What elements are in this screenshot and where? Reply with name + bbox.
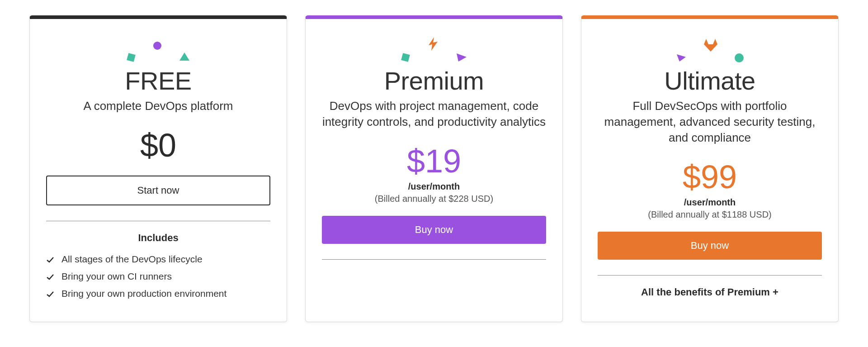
feature-text: Bring your own production environment <box>61 288 226 299</box>
price-amount-ultimate: $99 <box>598 158 822 195</box>
feature-item: All stages of the DevOps lifecycle <box>46 254 270 265</box>
svg-marker-4 <box>429 37 438 51</box>
deco-free <box>46 36 270 62</box>
price-unit-premium: /user/month <box>322 181 546 192</box>
tier-card-ultimate: Ultimate Full DevSecOps with portfolio m… <box>581 15 839 322</box>
feature-item: Bring your own production environment <box>46 288 270 299</box>
svg-rect-0 <box>127 53 136 62</box>
price-block-ultimate: $99 /user/month (Billed annually at $118… <box>598 158 822 220</box>
divider <box>46 221 270 221</box>
divider <box>598 275 822 276</box>
svg-marker-2 <box>179 52 189 61</box>
feature-item: Bring your own CI runners <box>46 271 270 282</box>
triangle-icon <box>179 52 190 62</box>
includes-title-free: Includes <box>46 232 270 244</box>
includes-title-ultimate: All the benefits of Premium + <box>598 286 822 298</box>
deco-premium <box>322 36 546 62</box>
square-icon <box>126 52 136 62</box>
gitlab-icon <box>704 39 717 52</box>
bolt-icon <box>428 37 439 51</box>
cta-button-free[interactable]: Start now <box>46 176 270 205</box>
svg-rect-3 <box>401 53 410 62</box>
tier-card-free: FREE A complete DevOps platform $0 Start… <box>29 15 287 322</box>
check-icon <box>46 256 54 264</box>
feature-text: Bring your own CI runners <box>61 271 172 282</box>
svg-point-1 <box>153 42 161 50</box>
triangle-icon <box>456 52 467 62</box>
deco-ultimate <box>598 36 822 62</box>
price-block-free: $0 <box>46 127 270 164</box>
price-amount-free: $0 <box>46 127 270 164</box>
tier-name-ultimate: Ultimate <box>598 66 822 95</box>
tier-description-premium: DevOps with project management, code int… <box>322 98 546 130</box>
tier-description-free: A complete DevOps platform <box>46 98 270 114</box>
price-note-premium: (Billed annually at $228 USD) <box>322 194 546 204</box>
tier-name-premium: Premium <box>322 66 546 95</box>
svg-marker-7 <box>704 39 717 52</box>
svg-marker-5 <box>457 53 467 62</box>
divider <box>322 259 546 260</box>
tier-name-free: FREE <box>46 66 270 95</box>
svg-point-8 <box>735 53 744 62</box>
circle-icon <box>153 42 161 50</box>
price-block-premium: $19 /user/month (Billed annually at $228… <box>322 143 546 204</box>
tier-card-premium: Premium DevOps with project management, … <box>305 15 563 322</box>
square-icon <box>401 52 410 62</box>
check-icon <box>46 273 54 281</box>
tier-description-ultimate: Full DevSecOps with portfolio management… <box>598 98 822 146</box>
feature-list-free: All stages of the DevOps lifecycle Bring… <box>46 254 270 299</box>
price-amount-premium: $19 <box>322 143 546 180</box>
check-icon <box>46 290 54 298</box>
svg-marker-6 <box>677 54 686 62</box>
triangle-icon <box>676 52 687 62</box>
price-unit-ultimate: /user/month <box>598 197 822 208</box>
feature-text: All stages of the DevOps lifecycle <box>61 254 203 265</box>
price-note-ultimate: (Billed annually at $1188 USD) <box>598 209 822 220</box>
pricing-container: FREE A complete DevOps platform $0 Start… <box>0 0 868 322</box>
cta-button-ultimate[interactable]: Buy now <box>598 232 822 260</box>
circle-icon <box>735 53 744 62</box>
cta-button-premium[interactable]: Buy now <box>322 216 546 244</box>
